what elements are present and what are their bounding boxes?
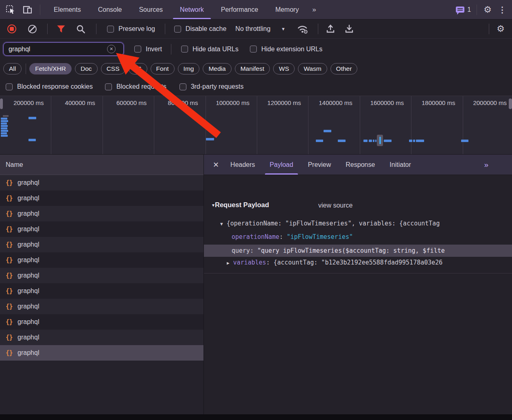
tab-network[interactable]: Network bbox=[171, 0, 212, 19]
request-row[interactable]: {}graphql bbox=[0, 175, 203, 190]
main-tab-list: ElementsConsoleSourcesNetworkPerformance… bbox=[45, 0, 307, 19]
disable-cache-checkbox[interactable] bbox=[174, 26, 181, 33]
request-row[interactable]: {}graphql bbox=[0, 314, 203, 330]
tab-console[interactable]: Console bbox=[90, 0, 131, 19]
timeline-tick: 1600000 ms bbox=[360, 96, 411, 154]
payload-operation-name-line[interactable]: operationName: "ipFlowTimeseries" bbox=[232, 231, 512, 243]
details-tab-preview[interactable]: Preview bbox=[300, 155, 338, 175]
payload-variables-line[interactable]: ▶variables: {accountTag: "b12e3b2192ee55… bbox=[227, 257, 512, 269]
chip-css[interactable]: CSS bbox=[101, 63, 125, 74]
kebab-menu-icon[interactable]: ⋮ bbox=[494, 5, 512, 15]
details-tab-headers[interactable]: Headers bbox=[223, 155, 262, 175]
chip-fetch-xhr[interactable]: Fetch/XHR bbox=[29, 63, 72, 74]
expand-triangle-icon[interactable]: ▼ bbox=[220, 221, 223, 227]
more-tabs-icon[interactable]: » bbox=[307, 6, 320, 14]
chip-other[interactable]: Other bbox=[330, 63, 358, 74]
network-overview-timeline[interactable]: 200000 ms400000 ms600000 ms800000 ms1000… bbox=[0, 96, 512, 155]
request-row[interactable]: {}graphql bbox=[0, 345, 203, 361]
payload-summary-line[interactable]: ▼{operationName: "ipFlowTimeseries", var… bbox=[220, 218, 512, 230]
chip-wasm[interactable]: Wasm bbox=[298, 63, 327, 74]
hide-data-urls-checkbox[interactable] bbox=[181, 46, 188, 52]
request-row[interactable]: {}graphql bbox=[0, 330, 203, 345]
issues-counter[interactable]: 1 bbox=[456, 6, 471, 13]
request-row[interactable]: {}graphql bbox=[0, 206, 203, 221]
tab-memory[interactable]: Memory bbox=[267, 0, 307, 19]
blocked-response-cookies-checkbox[interactable] bbox=[6, 83, 13, 90]
request-row[interactable]: {}graphql bbox=[0, 299, 203, 314]
inspect-element-icon[interactable] bbox=[5, 4, 16, 15]
view-source-link[interactable]: view source bbox=[318, 202, 352, 209]
waterfall-bar bbox=[416, 140, 424, 142]
tab-sources[interactable]: Sources bbox=[130, 0, 171, 19]
close-details-icon[interactable]: ✕ bbox=[213, 160, 219, 169]
devtools-tab-bar: ElementsConsoleSourcesNetworkPerformance… bbox=[0, 0, 512, 20]
name-column-label: Name bbox=[6, 161, 23, 168]
chip-ws[interactable]: WS bbox=[273, 63, 295, 74]
settings-gear-icon[interactable]: ⚙ bbox=[484, 5, 492, 14]
invert-checkbox[interactable] bbox=[134, 46, 141, 52]
clear-filter-icon[interactable]: ✕ bbox=[107, 45, 116, 53]
waterfall-bar bbox=[373, 140, 374, 142]
third-party-requests-checkbox[interactable] bbox=[179, 83, 186, 90]
chip-img[interactable]: Img bbox=[178, 63, 200, 74]
payload-key: query bbox=[232, 247, 250, 254]
blocked-response-cookies-label: Blocked response cookies bbox=[17, 83, 93, 90]
filter-input[interactable] bbox=[4, 46, 106, 53]
window-bottom-edge bbox=[0, 414, 512, 420]
chip-font[interactable]: Font bbox=[151, 63, 175, 74]
hide-extension-urls-checkbox[interactable] bbox=[250, 46, 257, 52]
request-row[interactable]: {}graphql bbox=[0, 190, 203, 206]
devtools-window: ElementsConsoleSourcesNetworkPerformance… bbox=[0, 0, 512, 420]
more-detail-tabs-icon[interactable]: » bbox=[479, 160, 492, 169]
details-tab-payload[interactable]: Payload bbox=[263, 155, 301, 175]
chip-manifest[interactable]: Manifest bbox=[235, 63, 270, 74]
request-payload-section-header[interactable]: ▾ Request Payload bbox=[212, 201, 269, 209]
details-tab-response[interactable]: Response bbox=[338, 155, 382, 175]
timeline-tick: 1800000 ms bbox=[411, 96, 463, 154]
filter-options-row: Blocked response cookies Blocked request… bbox=[0, 78, 512, 96]
timeline-tick: 800000 ms bbox=[154, 96, 206, 154]
request-name: graphql bbox=[18, 318, 39, 326]
network-conditions-icon[interactable] bbox=[297, 24, 309, 34]
waterfall-bar bbox=[324, 130, 331, 132]
timeline-tick: 600000 ms bbox=[103, 96, 154, 154]
tab-performance[interactable]: Performance bbox=[212, 0, 267, 19]
indicator-bar bbox=[379, 137, 381, 144]
request-row[interactable]: {}graphql bbox=[0, 221, 203, 237]
waterfall-bar bbox=[1, 135, 8, 137]
import-har-icon[interactable] bbox=[326, 24, 335, 34]
collapse-triangle-icon: ▾ bbox=[212, 202, 214, 208]
request-row[interactable]: {}graphql bbox=[0, 268, 203, 283]
tab-elements[interactable]: Elements bbox=[45, 0, 90, 19]
network-settings-gear-icon[interactable]: ⚙ bbox=[497, 24, 505, 33]
divider bbox=[26, 63, 26, 74]
waterfall-bar bbox=[1, 132, 7, 134]
request-row[interactable]: {}graphql bbox=[0, 237, 203, 252]
preserve-log-checkbox[interactable] bbox=[107, 26, 114, 33]
request-name: graphql bbox=[18, 241, 39, 248]
payload-variables-value: {accountTag: "b12e3b2192ee5588fdad995178… bbox=[274, 259, 442, 266]
expand-triangle-icon[interactable]: ▶ bbox=[227, 260, 230, 266]
filter-funnel-icon[interactable] bbox=[57, 25, 66, 33]
chip-all[interactable]: All bbox=[3, 63, 22, 74]
device-toolbar-icon[interactable] bbox=[23, 5, 33, 15]
details-tab-list: HeadersPayloadPreviewResponseInitiator bbox=[223, 155, 418, 175]
record-network-log-icon[interactable] bbox=[7, 24, 16, 33]
divider bbox=[318, 24, 318, 34]
clear-network-log-icon[interactable] bbox=[28, 25, 37, 33]
request-row[interactable]: {}graphql bbox=[0, 283, 203, 299]
details-tab-initiator[interactable]: Initiator bbox=[382, 155, 418, 175]
chip-js[interactable]: JS bbox=[129, 63, 147, 74]
chip-media[interactable]: Media bbox=[203, 63, 231, 74]
export-har-icon[interactable] bbox=[344, 24, 354, 34]
chip-doc[interactable]: Doc bbox=[75, 63, 98, 74]
payload-query-line[interactable]: query: "query ipFlowTimeseries($accountT… bbox=[232, 245, 512, 257]
request-row[interactable]: {}graphql bbox=[0, 252, 203, 268]
disable-cache-label: Disable cache bbox=[186, 25, 227, 33]
invert-label: Invert bbox=[146, 46, 162, 53]
blocked-requests-checkbox[interactable] bbox=[105, 83, 112, 90]
throttling-select[interactable]: No throttling bbox=[235, 25, 270, 33]
waterfall-bar bbox=[384, 140, 392, 142]
search-icon[interactable] bbox=[76, 24, 85, 34]
name-column-header[interactable]: Name bbox=[0, 155, 203, 175]
